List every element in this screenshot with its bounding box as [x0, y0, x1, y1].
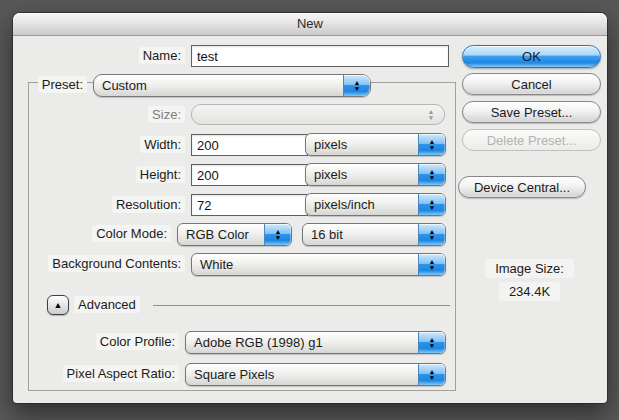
- resolution-unit-dropdown[interactable]: pixels/inch ▲▼: [305, 193, 446, 216]
- color-mode-dropdown[interactable]: RGB Color ▲▼: [177, 223, 292, 246]
- preset-dropdown-value: Custom: [94, 78, 343, 93]
- stepper-icon: ▲▼: [264, 224, 291, 245]
- name-label: Name:: [28, 45, 185, 67]
- disclosure-up-icon: ▲: [54, 301, 63, 310]
- pixel-aspect-ratio-dropdown[interactable]: Square Pixels ▲▼: [185, 363, 446, 386]
- background-contents-dropdown[interactable]: White ▲▼: [191, 253, 446, 276]
- stepper-icon: ▲▼: [418, 105, 444, 124]
- delete-preset-button: Delete Preset...: [462, 129, 601, 151]
- stepper-icon: ▲▼: [343, 75, 370, 96]
- width-unit-dropdown[interactable]: pixels ▲▼: [305, 133, 446, 156]
- pixel-aspect-ratio-value: Square Pixels: [186, 367, 418, 382]
- height-unit-value: pixels: [306, 167, 418, 182]
- color-profile-value: Adobe RGB (1998) g1: [186, 335, 418, 350]
- stepper-icon: ▲▼: [418, 224, 445, 245]
- stepper-icon: ▲▼: [418, 364, 445, 385]
- stepper-icon: ▲▼: [418, 254, 445, 275]
- image-size-value: 234.4K: [458, 284, 601, 299]
- size-dropdown: ▲▼: [191, 104, 445, 125]
- resolution-unit-value: pixels/inch: [306, 197, 418, 212]
- stepper-icon: ▲▼: [418, 164, 445, 185]
- resolution-input[interactable]: [191, 194, 308, 216]
- device-central-button[interactable]: Device Central...: [458, 176, 586, 198]
- color-profile-label: Color Profile:: [28, 331, 179, 353]
- desktop-background: New Name: Preset: Custom ▲▼ Size: ▲▼ Wid…: [0, 0, 619, 420]
- bit-depth-dropdown[interactable]: 16 bit ▲▼: [302, 223, 446, 246]
- resolution-label: Resolution:: [28, 194, 185, 216]
- height-unit-dropdown[interactable]: pixels ▲▼: [305, 163, 446, 186]
- advanced-divider: [153, 305, 450, 306]
- bit-depth-value: 16 bit: [303, 227, 418, 242]
- height-input[interactable]: [191, 164, 308, 186]
- color-profile-dropdown[interactable]: Adobe RGB (1998) g1 ▲▼: [185, 331, 446, 354]
- height-label: Height:: [28, 164, 185, 186]
- width-input[interactable]: [191, 134, 308, 156]
- save-preset-button[interactable]: Save Preset...: [462, 101, 601, 123]
- ok-button[interactable]: OK: [462, 45, 601, 68]
- color-mode-label: Color Mode:: [28, 223, 171, 245]
- preset-label: Preset:: [28, 74, 87, 96]
- advanced-disclosure-button[interactable]: ▲: [47, 295, 69, 315]
- image-size-label: Image Size:: [458, 261, 601, 276]
- dialog-body: Name: Preset: Custom ▲▼ Size: ▲▼ Width: …: [13, 36, 607, 403]
- background-contents-label: Background Contents:: [28, 253, 185, 275]
- size-label: Size:: [28, 104, 185, 126]
- dialog-titlebar: New: [13, 13, 607, 36]
- cancel-button[interactable]: Cancel: [462, 73, 601, 95]
- background-contents-value: White: [192, 257, 418, 272]
- width-unit-value: pixels: [306, 137, 418, 152]
- stepper-icon: ▲▼: [418, 194, 445, 215]
- new-document-dialog: New Name: Preset: Custom ▲▼ Size: ▲▼ Wid…: [13, 13, 607, 403]
- stepper-icon: ▲▼: [418, 332, 445, 353]
- advanced-label: Advanced: [74, 294, 164, 316]
- dialog-title: New: [297, 16, 323, 31]
- width-label: Width:: [28, 134, 185, 156]
- stepper-icon: ▲▼: [418, 134, 445, 155]
- color-mode-value: RGB Color: [178, 227, 264, 242]
- name-input[interactable]: [191, 45, 449, 67]
- pixel-aspect-ratio-label: Pixel Aspect Ratio:: [28, 363, 179, 385]
- preset-dropdown[interactable]: Custom ▲▼: [93, 74, 371, 97]
